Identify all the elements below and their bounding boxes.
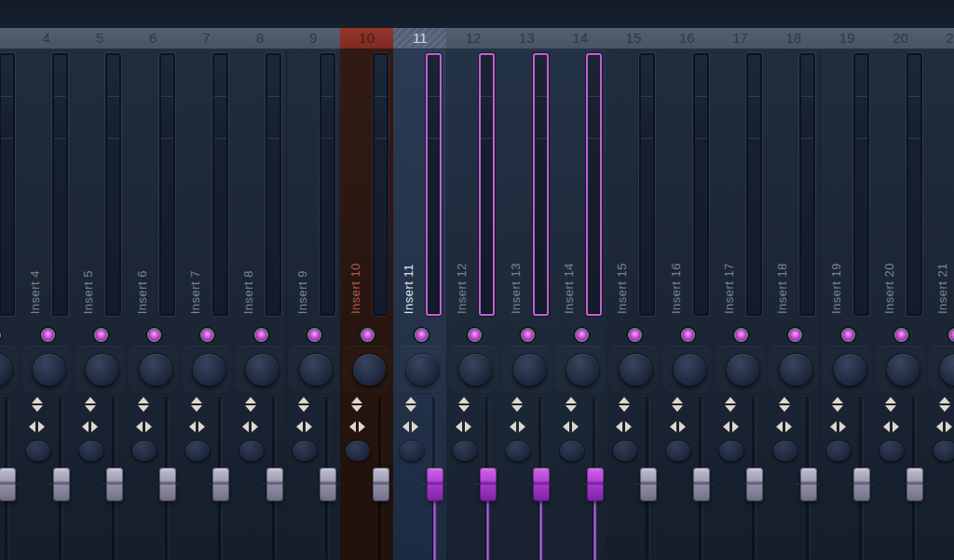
track-name-label[interactable]: Insert 5 bbox=[81, 270, 95, 314]
track-header[interactable]: 11 bbox=[393, 28, 446, 49]
stereo-separation-knob[interactable] bbox=[560, 441, 584, 461]
track-header[interactable]: 7 bbox=[180, 28, 233, 49]
mute-led-icon[interactable] bbox=[630, 330, 640, 340]
volume-fader[interactable] bbox=[480, 468, 497, 501]
track-name-label[interactable]: Insert 20 bbox=[882, 263, 896, 314]
track-header[interactable]: 16 bbox=[661, 28, 714, 49]
track-header[interactable]: 10 bbox=[340, 28, 393, 49]
volume-fader[interactable] bbox=[212, 468, 229, 501]
stereo-separation-knob[interactable] bbox=[346, 441, 370, 461]
track-strip-body[interactable]: Insert 18 bbox=[767, 49, 820, 560]
track-strip-body[interactable]: Insert 20 bbox=[874, 49, 927, 560]
volume-fader[interactable] bbox=[373, 468, 389, 501]
track-header[interactable]: 9 bbox=[287, 28, 340, 49]
stereo-separation-knob[interactable] bbox=[293, 441, 317, 461]
track-header[interactable]: 3 bbox=[0, 28, 20, 49]
mixer-track-4[interactable]: 4 Insert 4 bbox=[20, 28, 73, 560]
stereo-separation-knob[interactable] bbox=[666, 441, 690, 461]
mixer-track-7[interactable]: 7 Insert 7 bbox=[180, 28, 233, 560]
stereo-separation-knob[interactable] bbox=[132, 441, 157, 461]
stereo-separation-knob[interactable] bbox=[239, 441, 264, 461]
pan-knob[interactable] bbox=[406, 354, 439, 386]
track-strip-body[interactable]: Insert 3 bbox=[0, 49, 20, 560]
mute-led-icon[interactable] bbox=[523, 330, 533, 340]
track-header[interactable]: 20 bbox=[874, 28, 927, 49]
mute-led-icon[interactable] bbox=[736, 330, 746, 340]
mixer-track-20[interactable]: 20 Insert 20 bbox=[874, 28, 927, 560]
pan-knob[interactable] bbox=[300, 354, 333, 386]
volume-fader[interactable] bbox=[587, 468, 604, 501]
volume-fader[interactable] bbox=[853, 468, 870, 501]
mixer-track-12[interactable]: 12 Insert 12 bbox=[446, 28, 499, 560]
volume-fader[interactable] bbox=[106, 468, 123, 501]
track-name-label[interactable]: Insert 12 bbox=[455, 263, 469, 314]
track-strip-body[interactable]: Insert 15 bbox=[606, 49, 660, 560]
volume-fader[interactable] bbox=[800, 468, 817, 501]
mute-led-icon[interactable] bbox=[149, 330, 159, 340]
volume-fader[interactable] bbox=[266, 468, 283, 501]
mute-led-icon[interactable] bbox=[362, 330, 373, 340]
volume-fader[interactable] bbox=[640, 468, 657, 501]
mixer-track-6[interactable]: 6 Insert 6 bbox=[127, 28, 180, 560]
volume-fader[interactable] bbox=[159, 468, 176, 501]
pan-knob[interactable] bbox=[834, 354, 866, 386]
stereo-separation-knob[interactable] bbox=[826, 441, 851, 461]
stereo-separation-knob[interactable] bbox=[400, 441, 424, 461]
stereo-separation-knob[interactable] bbox=[79, 441, 103, 461]
track-strip-body[interactable]: Insert 9 bbox=[287, 49, 340, 560]
track-strip-body[interactable]: Insert 7 bbox=[180, 49, 233, 560]
track-name-label[interactable]: Insert 6 bbox=[135, 270, 149, 314]
mixer-track-13[interactable]: 13 Insert 13 bbox=[500, 28, 553, 560]
volume-fader[interactable] bbox=[427, 468, 443, 501]
stereo-separation-knob[interactable] bbox=[613, 441, 637, 461]
stereo-separation-knob[interactable] bbox=[185, 441, 210, 461]
stereo-separation-knob[interactable] bbox=[26, 441, 50, 461]
track-header[interactable]: 15 bbox=[606, 28, 660, 49]
mixer-track-18[interactable]: 18 Insert 18 bbox=[767, 28, 820, 560]
volume-fader[interactable] bbox=[693, 468, 710, 501]
track-strip-body[interactable]: Insert 21 bbox=[927, 49, 954, 560]
mute-led-icon[interactable] bbox=[790, 330, 800, 340]
stereo-separation-knob[interactable] bbox=[453, 441, 477, 461]
track-name-label[interactable]: Insert 21 bbox=[935, 263, 949, 314]
mixer-track-9[interactable]: 9 Insert 9 bbox=[287, 28, 340, 560]
pan-knob[interactable] bbox=[246, 354, 279, 386]
track-header[interactable]: 21 bbox=[927, 28, 954, 49]
track-name-label[interactable]: Insert 9 bbox=[295, 270, 309, 314]
volume-fader[interactable] bbox=[533, 468, 550, 501]
mute-led-icon[interactable] bbox=[843, 330, 853, 340]
mute-led-icon[interactable] bbox=[309, 330, 320, 340]
mixer-track-16[interactable]: 16 Insert 16 bbox=[661, 28, 714, 560]
volume-fader[interactable] bbox=[746, 468, 763, 501]
track-strip-body[interactable]: Insert 14 bbox=[553, 49, 606, 560]
volume-fader[interactable] bbox=[320, 468, 336, 501]
pan-knob[interactable] bbox=[566, 354, 599, 386]
mixer-track-14[interactable]: 14 Insert 14 bbox=[553, 28, 606, 560]
mixer-track-10[interactable]: 10 Insert 10 bbox=[340, 28, 393, 560]
mixer-track-17[interactable]: 17 Insert 17 bbox=[714, 28, 767, 560]
track-name-label[interactable]: Insert 4 bbox=[28, 270, 42, 314]
track-name-label[interactable]: Insert 11 bbox=[402, 264, 416, 314]
track-strip-body[interactable]: Insert 19 bbox=[821, 49, 874, 560]
mixer-track-8[interactable]: 8 Insert 8 bbox=[233, 28, 286, 560]
pan-knob[interactable] bbox=[887, 354, 920, 386]
track-header[interactable]: 17 bbox=[714, 28, 767, 49]
mute-led-icon[interactable] bbox=[896, 330, 906, 340]
volume-fader[interactable] bbox=[53, 468, 70, 501]
pan-knob[interactable] bbox=[140, 354, 172, 386]
stereo-separation-knob[interactable] bbox=[506, 441, 530, 461]
mute-led-icon[interactable] bbox=[577, 330, 587, 340]
mute-led-icon[interactable] bbox=[256, 330, 266, 340]
track-strip-body[interactable]: Insert 11 bbox=[393, 49, 446, 560]
mixer-track-21[interactable]: 21 Insert 21 bbox=[927, 28, 954, 560]
track-name-label[interactable]: Insert 18 bbox=[775, 263, 789, 314]
track-name-label[interactable]: Insert 8 bbox=[241, 270, 255, 314]
track-name-label[interactable]: Insert 13 bbox=[509, 263, 523, 314]
track-header[interactable]: 8 bbox=[233, 28, 286, 49]
track-strip-body[interactable]: Insert 8 bbox=[233, 49, 286, 560]
track-strip-body[interactable]: Insert 6 bbox=[127, 49, 180, 560]
mute-led-icon[interactable] bbox=[416, 330, 427, 340]
track-name-label[interactable]: Insert 17 bbox=[722, 263, 736, 314]
track-strip-body[interactable]: Insert 17 bbox=[714, 49, 767, 560]
stereo-separation-knob[interactable] bbox=[773, 441, 797, 461]
